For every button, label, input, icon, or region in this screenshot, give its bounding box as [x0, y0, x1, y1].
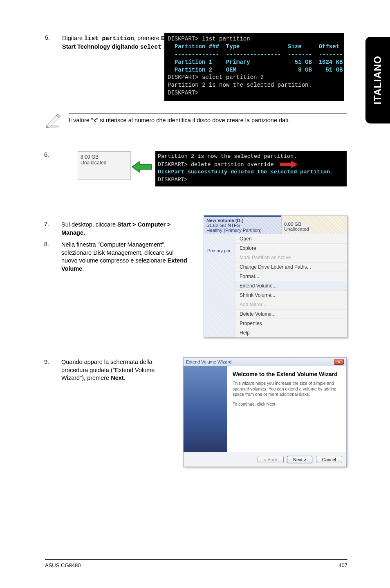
step-7-number: 7.	[44, 221, 61, 227]
wizard-text-1: This wizard helps you increase the size …	[233, 381, 341, 397]
wizard-main: Welcome to the Extend Volume Wizard This…	[227, 366, 346, 452]
note-text: Il valore "x" si riferisce al numero che…	[69, 113, 347, 127]
volume-left-cell: New Volume (D:) 51.62 GB NTFS Healthy (P…	[204, 215, 282, 234]
menu-item-mark-active: Mark Partition as Active	[235, 253, 347, 263]
wizard-footer: < Back Next > Cancel	[184, 452, 346, 467]
step-8-number: 8.	[44, 241, 61, 247]
volume-header-row: New Volume (D:) 51.62 GB NTFS Healthy (P…	[204, 215, 347, 234]
diskpart-terminal-2: Partition 2 is now the selected partitio…	[155, 151, 347, 186]
term1-row1: Partition 1 Primary 51 GB 1024 KB	[168, 58, 341, 66]
volume-right-cell: 8.00 GB Unallocated	[282, 215, 347, 234]
unalloc-size: 8.00 GB	[81, 154, 128, 160]
red-arrow-right-icon	[280, 161, 298, 168]
next-button[interactable]: Next >	[287, 456, 312, 463]
primary-partition-label: Primary par	[204, 234, 234, 337]
menu-item-help[interactable]: Help	[235, 328, 347, 337]
wizard-text-2: To continue, click Next.	[233, 402, 341, 407]
term1-line: DISKPART> list partition	[168, 35, 341, 43]
term1-row2: Partition 2 OEM 8 GB 51 GB	[168, 66, 341, 74]
menu-item-open[interactable]: Open	[235, 234, 347, 244]
term2-line-delete: DISKPART> delete partition override	[158, 161, 344, 168]
menu-item-delete-volume[interactable]: Delete Volume...	[235, 310, 347, 319]
term2-line: DiskPart successfully deleted the select…	[158, 168, 344, 176]
close-icon[interactable]: ✕	[334, 359, 344, 365]
extend-volume-wizard-dialog: Extend Volume Wizard ✕ Welcome to the Ex…	[183, 357, 347, 467]
step-6-number: 6.	[44, 151, 61, 186]
footer-page-number: 407	[338, 562, 347, 568]
footer-left: ASUS CG8480	[45, 562, 81, 568]
diskpart-terminal-1: DISKPART> list partition Partition ### T…	[164, 33, 344, 101]
step-6: 6. 8.00 GB Unallocated Partition 2 is no…	[44, 151, 347, 186]
term1-line: Partition 2 is now the selected partitio…	[168, 81, 341, 89]
disk-management-context-menu: New Volume (D:) 51.62 GB NTFS Healthy (P…	[204, 215, 347, 338]
term1-line: DISKPART>	[168, 89, 341, 97]
steps-7-8: 7. Sul desktop, cliccare Start > Compute…	[44, 221, 191, 277]
menu-item-format[interactable]: Format...	[235, 272, 347, 281]
unalloc-label: Unallocated	[81, 160, 128, 166]
step-8-text: Nella finestra "Computer Management", se…	[61, 241, 191, 273]
back-button: < Back	[258, 456, 284, 463]
wizard-title: Extend Volume Wizard	[186, 359, 231, 364]
green-arrow-left-icon	[132, 161, 152, 173]
menu-item-add-mirror: Add Mirror...	[235, 300, 347, 310]
language-tab-label: ITALIANO	[372, 56, 383, 105]
menu-item-extend-volume[interactable]: Extend Volume...	[235, 281, 347, 291]
term1-divider: ------------- ---------------- ------- -…	[168, 51, 341, 58]
menu-item-change-letter[interactable]: Change Drive Letter and Paths...	[235, 263, 347, 272]
cancel-button[interactable]: Cancel	[316, 456, 342, 463]
note-block: Il valore "x" si riferisce al numero che…	[44, 111, 347, 129]
menu-item-shrink-volume[interactable]: Shrink Volume...	[235, 291, 347, 300]
step-9-text: Quando appare la schermata della procedu…	[61, 358, 175, 382]
wizard-sidebar-graphic	[184, 366, 227, 452]
step-7-text: Sul desktop, cliccare Start > Computer >…	[61, 221, 191, 237]
wizard-heading: Welcome to the Extend Volume Wizard	[233, 371, 341, 377]
step-9: 9. Quando appare la schermata della proc…	[44, 358, 175, 386]
term1-line: DISKPART> select partition 2	[168, 74, 341, 81]
pencil-icon	[44, 111, 62, 129]
menu-item-explore[interactable]: Explore	[235, 244, 347, 253]
term1-header: Partition ### Type Size Offset	[168, 43, 341, 51]
wizard-titlebar: Extend Volume Wizard ✕	[184, 358, 346, 366]
unallocated-box: 8.00 GB Unallocated	[78, 151, 131, 180]
menu-item-properties[interactable]: Properties	[235, 319, 347, 328]
page-footer: ASUS CG8480 407	[45, 559, 347, 568]
step-5-number: 5.	[45, 34, 62, 41]
term2-line: Partition 2 is now the selected partitio…	[158, 153, 344, 161]
step-9-number: 9.	[44, 358, 61, 366]
term2-line: DISKPART>	[158, 176, 344, 184]
context-menu-list: Open Explore Mark Partition as Active Ch…	[234, 234, 347, 337]
language-tab: ITALIANO	[365, 37, 390, 123]
